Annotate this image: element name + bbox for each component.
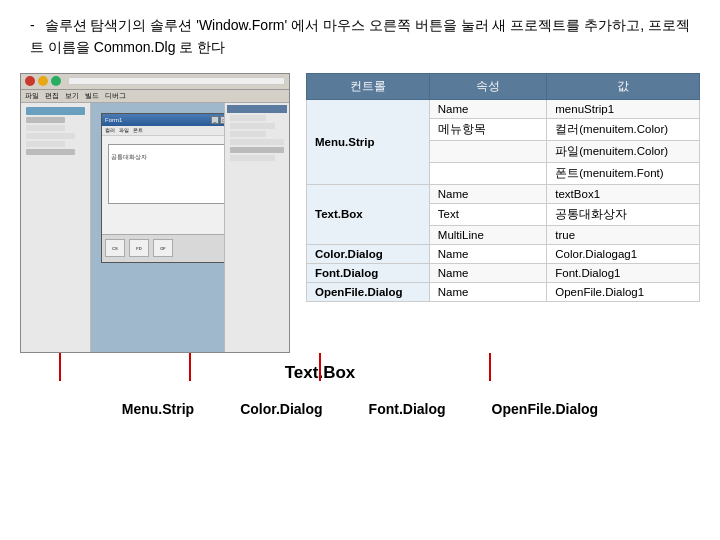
col-header-property: 속성 (429, 73, 546, 99)
table-row: Font.Dialog Name Font.Dialog1 (307, 263, 700, 282)
ide-screenshot: 파일 편집 보기 빌드 디버그 (20, 73, 290, 353)
table-container: 컨트롤 속성 값 Menu.Strip Name menuStrip1 메뉴항목… (306, 73, 700, 302)
control-textbox: Text.Box (307, 184, 430, 244)
control-menustrip: Menu.Strip (307, 99, 430, 184)
component-openfiledialog: OpenFile.Dialog (484, 397, 607, 421)
val-name-4: Font.Dialog1 (547, 263, 700, 282)
col-header-value: 값 (547, 73, 700, 99)
control-openfiledialog: OpenFile.Dialog (307, 282, 430, 301)
prop-text: Text (429, 203, 546, 225)
control-colordialog: Color.Dialog (307, 244, 430, 263)
val-color: 컬러(menuitem.Color) (547, 118, 700, 140)
table-row: OpenFile.Dialog Name OpenFile.Dialog1 (307, 282, 700, 301)
component-colordialog: Color.Dialog (232, 397, 330, 421)
control-fontdialog: Font.Dialog (307, 263, 430, 282)
col-header-control: 컨트롤 (307, 73, 430, 99)
val-name-1: menuStrip1 (547, 99, 700, 118)
components-row: Menu.Strip Color.Dialog Font.Dialog Open… (114, 397, 606, 421)
page-container: - 솔루션 탐색기의 솔루션 'Window.Form' 에서 마우스 오른쪽 … (0, 0, 720, 540)
main-content: 파일 편집 보기 빌드 디버그 (20, 73, 700, 353)
header-text: - 솔루션 탐색기의 솔루션 'Window.Form' 에서 마우스 오른쪽 … (20, 14, 700, 59)
table-row: Menu.Strip Name menuStrip1 (307, 99, 700, 118)
val-file: 파일(menuitem.Color) (547, 140, 700, 162)
table-row: Text.Box Name textBox1 (307, 184, 700, 203)
arrow-lines (10, 353, 690, 383)
val-name-2: textBox1 (547, 184, 700, 203)
prop-name-4: Name (429, 263, 546, 282)
prop-name-5: Name (429, 282, 546, 301)
header-description: 솔루션 탐색기의 솔루션 'Window.Form' 에서 마우스 오른쪽 버튼… (30, 17, 690, 55)
component-menustrip: Menu.Strip (114, 397, 202, 421)
dash: - (30, 17, 35, 33)
properties-table: 컨트롤 속성 값 Menu.Strip Name menuStrip1 메뉴항목… (306, 73, 700, 302)
prop-name-2: Name (429, 184, 546, 203)
prop-name-1: Name (429, 99, 546, 118)
component-fontdialog: Font.Dialog (361, 397, 454, 421)
prop-multiline: MultiLine (429, 225, 546, 244)
val-text: 공통대화상자 (547, 203, 700, 225)
prop-name-3: Name (429, 244, 546, 263)
ide-inner: 파일 편집 보기 빌드 디버그 (21, 74, 289, 352)
val-name-3: Color.Dialogag1 (547, 244, 700, 263)
val-multiline: true (547, 225, 700, 244)
prop-empty-1 (429, 140, 546, 162)
table-row: Color.Dialog Name Color.Dialogag1 (307, 244, 700, 263)
val-name-5: OpenFile.Dialog1 (547, 282, 700, 301)
val-font: 폰트(menuitem.Font) (547, 162, 700, 184)
prop-menuitem: 메뉴항목 (429, 118, 546, 140)
prop-empty-2 (429, 162, 546, 184)
